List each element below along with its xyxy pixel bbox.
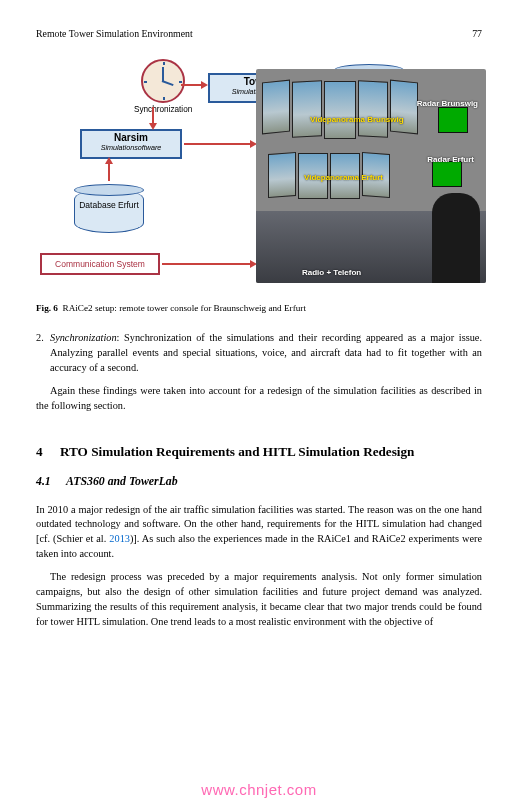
radar-erfurt-label: Radar Erfurt: [427, 155, 474, 164]
heading-section-4-1: 4.1 ATS360 and TowerLab: [36, 474, 482, 489]
paragraph-redesign-process: The redesign process was preceded by a m…: [36, 570, 482, 630]
console-photo: Videpanorama Brunswig Radar Brunswig Vid…: [256, 69, 486, 283]
narsim-box: Narsim Simulationsoftware: [80, 129, 182, 159]
heading-section-4: 4 RTO Simulation Requirements and HITL S…: [36, 444, 482, 460]
sync-label: Synchronization: [134, 105, 192, 114]
list-item-synchronization: 2. Synchronization: Synchronization of t…: [36, 331, 482, 376]
radio-telefon-label: Radio + Telefon: [302, 268, 361, 277]
figure-caption: Fig. 6 RAiCe2 setup: remote tower consol…: [36, 303, 482, 315]
clock-icon: Synchronization: [134, 59, 192, 114]
page-number: 77: [472, 28, 482, 39]
videopanorama-brunswig-label: Videpanorama Brunswig: [310, 115, 404, 124]
database-erfurt: Database Erfurt: [74, 189, 144, 233]
figure-6: Synchronization Towsim Simulationsoftwar…: [36, 53, 482, 293]
paragraph-redesign-intro: In 2010 a major redesign of the air traf…: [36, 503, 482, 563]
operator-silhouette: [432, 193, 480, 283]
paragraph-findings: Again these findings were taken into acc…: [36, 384, 482, 414]
watermark: www.chnjet.com: [0, 781, 518, 798]
videopanorama-erfurt-label: Videpanorama Erfurt: [304, 173, 383, 182]
citation-schier-2013[interactable]: 2013: [109, 533, 130, 544]
communication-system-box: Communication System: [40, 253, 160, 275]
running-title: Remote Tower Simulation Environment: [36, 28, 193, 39]
radar-brunswig-label: Radar Brunswig: [417, 99, 478, 108]
